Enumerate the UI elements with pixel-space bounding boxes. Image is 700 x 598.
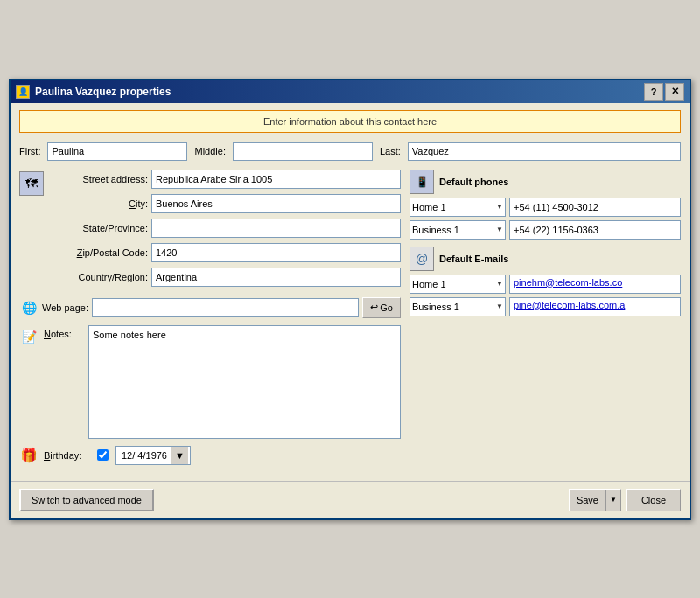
first-label: First:	[19, 146, 40, 156]
birthday-checkbox[interactable]	[97, 449, 108, 461]
banner-text: Enter information about this contact her…	[263, 116, 437, 127]
phone-business1-input[interactable]	[509, 220, 681, 240]
title-bar: 👤 Paulina Vazquez properties ? ✕	[10, 80, 690, 103]
notes-textarea[interactable]: Some notes here	[88, 325, 401, 439]
notes-label: Notes:	[44, 329, 83, 439]
info-banner: Enter information about this contact her…	[19, 110, 681, 133]
emails-section: @ Default E-mails Home 1 ▼ pinehm@teleco…	[410, 247, 681, 316]
middle-name-input[interactable]	[233, 142, 373, 161]
first-label-u: F	[19, 146, 25, 156]
country-label: Country/Region:	[47, 272, 148, 282]
birthday-icon: 🎁	[19, 446, 38, 465]
state-label: State/Province:	[47, 223, 148, 233]
emails-header: @ Default E-mails	[410, 247, 681, 271]
middle-label: Middle:	[194, 146, 225, 156]
save-label: Save	[570, 490, 606, 511]
country-row: Country/Region:	[47, 268, 401, 287]
phone-home1-arrow: ▼	[496, 203, 503, 211]
birthday-date-text: 12/ 4/1976	[118, 450, 171, 461]
last-label-u: L	[380, 146, 385, 156]
go-icon: ↩	[370, 302, 378, 313]
footer-right: Save ▼ Close	[569, 489, 681, 511]
last-name-input[interactable]	[408, 142, 681, 161]
emails-title: Default E-mails	[439, 254, 508, 264]
web-label: Web page:	[42, 302, 88, 313]
state-row: State/Province:	[47, 219, 401, 238]
save-button[interactable]: Save ▼	[569, 489, 621, 511]
address-icon: 🗺	[19, 171, 44, 196]
email-business1-label: Business 1	[412, 302, 459, 312]
email-home1-label: Home 1	[412, 279, 446, 289]
email-business1-value[interactable]: pine@telecom-labs.com.a	[509, 297, 681, 316]
address-fields: Street address: City: State/Province:	[47, 170, 401, 292]
window-title: Paulina Vazquez properties	[35, 86, 171, 98]
phone-business1-arrow: ▼	[496, 226, 503, 233]
email-icon: @	[410, 247, 434, 271]
window-icon: 👤	[16, 85, 30, 99]
address-top: 🗺 Street address: City: State/Province:	[19, 170, 401, 292]
email-home1-arrow: ▼	[496, 280, 503, 288]
go-button[interactable]: ↩ Go	[362, 297, 401, 318]
phones-header: 📱 Default phones	[410, 170, 681, 194]
phone-business1-label: Business 1	[412, 225, 459, 235]
city-label: City:	[47, 198, 148, 209]
email-business1-row: Business 1 ▼ pine@telecom-labs.com.a	[410, 297, 681, 316]
zip-input[interactable]	[151, 243, 401, 262]
phone-home1-label: Home 1	[412, 202, 446, 212]
street-label: Street address:	[47, 174, 148, 184]
web-input[interactable]	[92, 298, 359, 317]
phones-section: 📱 Default phones Home 1 ▼ Business 1	[410, 170, 681, 240]
web-icon: 🌐	[19, 298, 38, 317]
city-row: City:	[47, 194, 401, 213]
phone-icon: 📱	[410, 170, 434, 194]
notes-icon: 📝	[19, 327, 38, 346]
middle-label-u: M	[194, 146, 202, 156]
street-row: Street address:	[47, 170, 401, 189]
email-business1-dropdown[interactable]: Business 1 ▼	[410, 297, 506, 316]
email-home1-value[interactable]: pinehm@telecom-labs.co	[509, 275, 681, 294]
main-section: 🗺 Street address: City: State/Province:	[19, 170, 681, 472]
footer-left: Switch to advanced mode	[19, 489, 154, 511]
web-row: 🌐 Web page: ↩ Go	[19, 297, 401, 318]
right-section: 📱 Default phones Home 1 ▼ Business 1	[410, 170, 681, 472]
country-input[interactable]	[151, 268, 401, 287]
footer: Switch to advanced mode Save ▼ Close	[10, 481, 690, 518]
birthday-date-box[interactable]: 12/ 4/1976 ▼	[116, 446, 191, 465]
phone-business1-row: Business 1 ▼	[410, 220, 681, 240]
birthday-label: Birthday:	[44, 450, 92, 461]
birthday-dropdown-button[interactable]: ▼	[171, 447, 188, 464]
main-window: 👤 Paulina Vazquez properties ? ✕ Enter i…	[9, 79, 691, 520]
zip-label: Zip/Postal Code:	[47, 247, 148, 258]
birthday-row: 🎁 Birthday: 12/ 4/1976 ▼	[19, 446, 401, 465]
phones-title: Default phones	[439, 177, 508, 187]
phone-home1-row: Home 1 ▼	[410, 198, 681, 217]
help-button[interactable]: ?	[644, 83, 663, 101]
street-input[interactable]	[151, 170, 401, 189]
name-row: First: Middle: Last:	[19, 142, 681, 161]
first-name-input[interactable]	[47, 142, 187, 161]
go-label: Go	[380, 302, 393, 313]
state-input[interactable]	[151, 219, 401, 238]
window-close-button[interactable]: ✕	[665, 83, 684, 101]
left-section: 🗺 Street address: City: State/Province:	[19, 170, 401, 472]
last-label: Last:	[380, 146, 401, 156]
title-bar-left: 👤 Paulina Vazquez properties	[16, 85, 171, 99]
switch-mode-button[interactable]: Switch to advanced mode	[19, 489, 154, 511]
notes-row: 📝 Notes: Some notes here	[19, 325, 401, 439]
content-area: Enter information about this contact her…	[10, 103, 690, 481]
email-business1-arrow: ▼	[496, 302, 503, 310]
city-input[interactable]	[151, 194, 401, 213]
phone-home1-dropdown[interactable]: Home 1 ▼	[410, 198, 506, 217]
save-dropdown-arrow[interactable]: ▼	[606, 490, 620, 511]
email-home1-row: Home 1 ▼ pinehm@telecom-labs.co	[410, 275, 681, 294]
title-buttons: ? ✕	[644, 83, 684, 101]
phone-home1-input[interactable]	[509, 198, 681, 217]
phone-business1-dropdown[interactable]: Business 1 ▼	[410, 220, 506, 240]
close-button[interactable]: Close	[626, 489, 681, 511]
zip-row: Zip/Postal Code:	[47, 243, 401, 262]
email-home1-dropdown[interactable]: Home 1 ▼	[410, 275, 506, 294]
